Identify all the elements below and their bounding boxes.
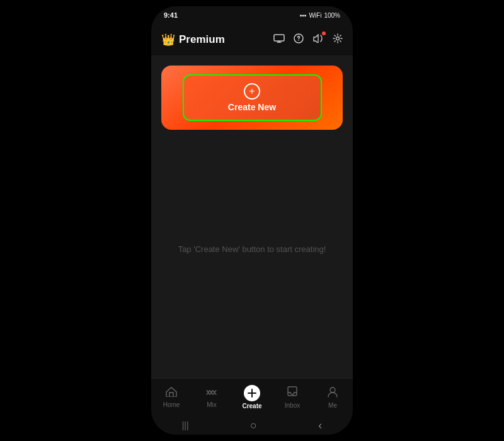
- help-icon[interactable]: [294, 33, 304, 47]
- nav-item-inbox[interactable]: Inbox: [272, 386, 312, 409]
- app-title: Premium: [179, 33, 225, 46]
- status-icons: ▪▪▪ WiFi 100%: [300, 12, 340, 19]
- menu-button[interactable]: |||: [182, 420, 189, 430]
- nav-item-create[interactable]: Create: [232, 385, 272, 410]
- empty-state: Tap 'Create New' button to start creatin…: [178, 130, 326, 368]
- bottom-nav: Home Mix Create: [151, 378, 353, 416]
- svg-point-2: [298, 40, 299, 41]
- battery-icon: 100%: [324, 12, 340, 19]
- nav-item-me[interactable]: Me: [312, 386, 353, 409]
- home-label: Home: [163, 401, 180, 408]
- create-new-button[interactable]: + Create New: [183, 74, 322, 121]
- me-label: Me: [328, 402, 337, 409]
- settings-icon[interactable]: [333, 33, 343, 47]
- create-button-wrapper: + Create New: [161, 66, 343, 130]
- create-nav-icon: [244, 385, 260, 401]
- mix-label: Mix: [207, 401, 217, 408]
- signal-icon: ▪▪▪: [300, 12, 307, 19]
- nav-item-home[interactable]: Home: [151, 387, 192, 408]
- empty-state-message: Tap 'Create New' button to start creatin…: [178, 244, 326, 254]
- back-button[interactable]: ‹: [318, 419, 322, 432]
- screen-icon[interactable]: [273, 33, 285, 46]
- mix-icon: [205, 387, 218, 400]
- sound-icon[interactable]: [312, 33, 324, 46]
- phone-frame: 9:41 ▪▪▪ WiFi 100% 👑 Premium: [151, 6, 353, 435]
- header-icons: [273, 33, 343, 47]
- inbox-icon: [287, 386, 297, 401]
- app-title-section: 👑 Premium: [161, 33, 225, 47]
- create-nav-label: Create: [242, 403, 261, 410]
- plus-circle-icon: +: [244, 83, 260, 100]
- wifi-icon: WiFi: [309, 12, 321, 19]
- svg-point-3: [336, 37, 340, 40]
- nav-item-mix[interactable]: Mix: [192, 387, 232, 408]
- inbox-label: Inbox: [285, 402, 300, 409]
- me-icon: [328, 386, 338, 401]
- main-content: + Create New Tap 'Create New' button to …: [151, 55, 353, 378]
- svg-rect-0: [274, 35, 284, 41]
- svg-point-4: [330, 387, 335, 392]
- top-nav: 👑 Premium: [151, 24, 353, 55]
- status-bar: 9:41 ▪▪▪ WiFi 100%: [151, 6, 353, 24]
- create-button-label: Create New: [228, 102, 276, 112]
- status-time: 9:41: [164, 11, 178, 19]
- home-button[interactable]: ○: [250, 419, 257, 432]
- system-nav: ||| ○ ‹: [151, 416, 353, 435]
- sound-dot: [322, 32, 326, 35]
- crown-icon: 👑: [161, 33, 175, 47]
- home-icon: [166, 387, 177, 400]
